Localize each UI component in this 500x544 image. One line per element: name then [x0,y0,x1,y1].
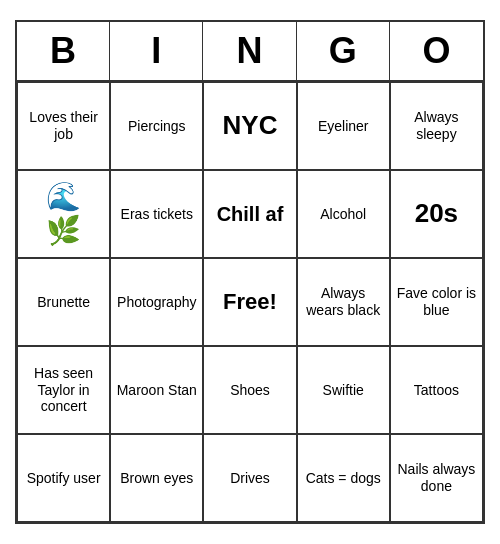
bingo-cell-5[interactable]: 🌊🌿 [17,170,110,258]
header-i: I [110,22,203,80]
bingo-cell-17[interactable]: Shoes [203,346,296,434]
bingo-cell-9[interactable]: 20s [390,170,483,258]
bingo-header: B I N G O [17,22,483,82]
bingo-cell-2[interactable]: NYC [203,82,296,170]
bingo-cell-0[interactable]: Loves their job [17,82,110,170]
header-n: N [203,22,296,80]
bingo-cell-12[interactable]: Free! [203,258,296,346]
bingo-cell-14[interactable]: Fave color is blue [390,258,483,346]
bingo-cell-22[interactable]: Drives [203,434,296,522]
bingo-cell-20[interactable]: Spotify user [17,434,110,522]
bingo-cell-23[interactable]: Cats = dogs [297,434,390,522]
bingo-cell-18[interactable]: Swiftie [297,346,390,434]
bingo-cell-4[interactable]: Always sleepy [390,82,483,170]
bingo-cell-21[interactable]: Brown eyes [110,434,203,522]
header-g: G [297,22,390,80]
bingo-cell-7[interactable]: Chill af [203,170,296,258]
bingo-cell-3[interactable]: Eyeliner [297,82,390,170]
bingo-cell-1[interactable]: Piercings [110,82,203,170]
bingo-cell-15[interactable]: Has seen Taylor in concert [17,346,110,434]
bingo-cell-16[interactable]: Maroon Stan [110,346,203,434]
bingo-cell-24[interactable]: Nails always done [390,434,483,522]
bingo-cell-10[interactable]: Brunette [17,258,110,346]
bingo-cell-6[interactable]: Eras tickets [110,170,203,258]
bingo-card: B I N G O Loves their jobPiercingsNYCEye… [15,20,485,524]
header-b: B [17,22,110,80]
bingo-cell-11[interactable]: Photography [110,258,203,346]
bingo-cell-8[interactable]: Alcohol [297,170,390,258]
header-o: O [390,22,483,80]
bingo-cell-13[interactable]: Always wears black [297,258,390,346]
bingo-grid: Loves their jobPiercingsNYCEyelinerAlway… [17,82,483,522]
bingo-cell-19[interactable]: Tattoos [390,346,483,434]
